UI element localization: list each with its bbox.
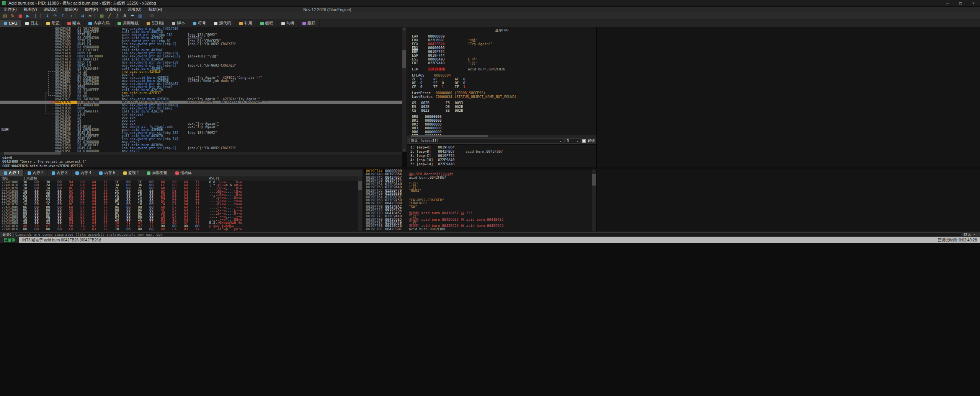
register-row[interactable]: EDX 00000006 [412,46,596,50]
breakpoint-dot[interactable] [50,42,55,46]
segment-register[interactable]: DS002B [446,105,479,109]
tab-cpu[interactable]: CPU [0,20,21,27]
breakpoint-dot[interactable] [50,58,55,61]
dump-row[interactable]: 77A41000 3600380094D9A4771C001E0060D9A47… [0,181,358,184]
restart-icon[interactable]: ↻ [9,13,16,19]
dump-row[interactable]: 77A41040 2C002E004CD8A4771C001E0028D8A47… [0,193,358,196]
segment-register[interactable]: CS0023 [412,109,446,112]
toolbar-separator[interactable] [40,13,43,18]
breakpoint-dot[interactable] [50,39,55,42]
tab-dump-1[interactable]: 内存 1 [0,169,24,176]
debug-register-row[interactable]: DR000000000 [412,115,596,119]
dump-row[interactable]: 77A41020 18001A00DCD8A4772C002E00A8D8A47… [0,187,358,190]
breakpoint-dot[interactable] [50,27,55,30]
memory-icon[interactable]: ▥ [136,13,144,19]
step-out-icon[interactable]: ↑ [59,13,67,19]
unlock-checkbox[interactable] [582,139,586,143]
stack-row[interactable]: 0019F78C 0042FBBC acid burn.0042FBBC [364,228,592,231]
flag-item[interactable]: SF0 [433,81,455,85]
tab-notes[interactable]: 笔记 [42,20,64,27]
breakpoint-dot[interactable] [50,119,55,122]
flag-item[interactable]: IF1 [455,85,476,89]
flag-item[interactable]: AF0 [455,77,476,81]
step-into-icon[interactable]: ↓ [44,13,51,19]
eip-register-row[interactable]: EIP 0042FB26 acid burn.0042FB26 [412,67,596,71]
patch-icon[interactable]: ▦ [98,13,106,19]
flag-item[interactable]: PF1 [433,77,455,81]
breakpoint-dot[interactable] [50,36,55,39]
trace-icon[interactable]: ≈ [86,13,94,19]
scroll-thumb[interactable] [411,135,488,137]
breakpoint-dot[interactable] [50,131,55,134]
breakpoint-dot[interactable] [50,116,55,119]
tab-dump-3[interactable]: 内存 3 [48,169,72,176]
debug-register-row[interactable]: DR300000000 [412,126,596,130]
menu-item[interactable]: 插件(P) [81,7,101,12]
breakpoint-dot[interactable] [50,137,55,140]
argument-row[interactable]: 3: [esp+C] 0019F774 [410,154,596,158]
menu-item[interactable]: 选项(O) [124,7,145,12]
tab-seh[interactable]: SEH链 [143,20,168,27]
breakpoint-dot[interactable] [50,52,55,55]
toolbar-separator[interactable] [145,13,147,18]
dump-vertical-scrollbar[interactable] [358,176,363,231]
breakpoint-dot[interactable] [50,122,55,125]
tab-source[interactable]: 源代码 [210,20,235,27]
tab-watch-1[interactable]: 监视 1 [119,169,143,176]
argument-row[interactable]: 4: [esp+10] 022E9A40 [410,158,596,162]
disassembly-panel[interactable]: 0042FAC8 A1 50174300 mov eax,dword ptr d… [0,27,402,152]
disasm-vertical-scrollbar[interactable] [402,27,407,152]
run-to-user-icon[interactable]: → [67,13,74,19]
arguments-panel[interactable]: 1: [esp+4] 0019F864 2: [esp+8] 0042FB67 … [407,145,596,167]
tab-locals[interactable]: 局部变量 [143,169,172,176]
scroll-thumb[interactable] [358,181,362,190]
tab-dump-2[interactable]: 内存 2 [24,169,47,176]
settings-icon[interactable]: ⊕ [148,13,156,19]
scales-icon[interactable]: ± [129,13,136,19]
tab-trace[interactable]: 跟踪 [299,20,320,27]
breakpoint-dot[interactable] [50,147,55,150]
toolbar-separator[interactable] [95,13,97,18]
dump-row[interactable]: 77A41060 10001200C0D7A4770E001000ACD7A47… [0,199,358,202]
menu-item[interactable]: 视图(V) [20,7,40,12]
close-button[interactable]: × [967,0,980,7]
menu-item[interactable]: 帮助(H) [145,7,166,12]
dump-row[interactable]: 77A41050 20002200F8D7A47718001A00D4D7A47… [0,196,358,199]
dump-row[interactable]: 77A410E0 4018A777501AA7777071A7770000000… [0,225,358,228]
menu-item[interactable]: 跟踪(A) [61,7,81,12]
breakpoint-dot[interactable] [50,143,55,147]
flag-item[interactable]: DF0 [455,81,476,85]
segment-register[interactable]: FS0053 [446,101,479,105]
disasm-horizontal-scrollbar[interactable] [0,152,402,155]
registers-horizontal-scrollbar[interactable] [407,135,596,138]
register-row[interactable]: ESP 0019F744 [412,54,596,57]
minimize-button[interactable]: ─ [941,0,954,7]
segment-register[interactable]: GS002B [412,101,446,105]
arg-count-spinner[interactable]: 5 [565,139,580,143]
register-row[interactable]: ESI 00000A9D L'ꪝ' [412,57,596,61]
breakpoint-dot[interactable] [50,61,55,64]
stack-vertical-scrollbar[interactable] [592,169,596,231]
profile-select[interactable]: 默认 [964,232,978,237]
pencil-icon[interactable]: ╱ [106,13,113,19]
stop-icon[interactable]: ■ [16,13,24,19]
vertical-splitter-top[interactable] [407,27,407,167]
dump-row[interactable]: 77A410F0 00000000C0E9B3777006000040EAB37… [0,228,358,231]
tab-symbols[interactable]: 符号 [189,20,210,27]
tab-dump-5[interactable]: 内存 5 [95,169,119,176]
argument-row[interactable]: 2: [esp+8] 0042FB67 acid burn.0042FB67 [410,150,596,154]
segment-register[interactable]: ES002B [412,105,446,109]
breakpoint-dot[interactable] [50,33,55,36]
animate-icon[interactable]: ⇉ [78,13,86,19]
memory-dump-panel[interactable]: 地址 十六进制 ASCII 77A41000 3600380094D9A4771… [0,176,358,231]
pause-icon[interactable]: ∥ [32,13,39,19]
breakpoint-dot[interactable] [50,46,55,49]
breakpoint-dot[interactable] [50,49,55,52]
dump-row[interactable]: 77A41080 0600080068D7A4770600080060D7A47… [0,206,358,209]
tab-log[interactable]: 日志 [21,20,42,27]
tab-references[interactable]: 引用 [235,20,256,27]
dump-row[interactable]: 77A410A0 08000A0040D7A4770C000E0030D7A47… [0,212,358,215]
segment-register[interactable]: SS002B [446,109,479,112]
breakpoint-dot[interactable] [50,134,55,137]
register-row[interactable]: ECX 0042FB74 "Try Again!" [412,42,596,46]
